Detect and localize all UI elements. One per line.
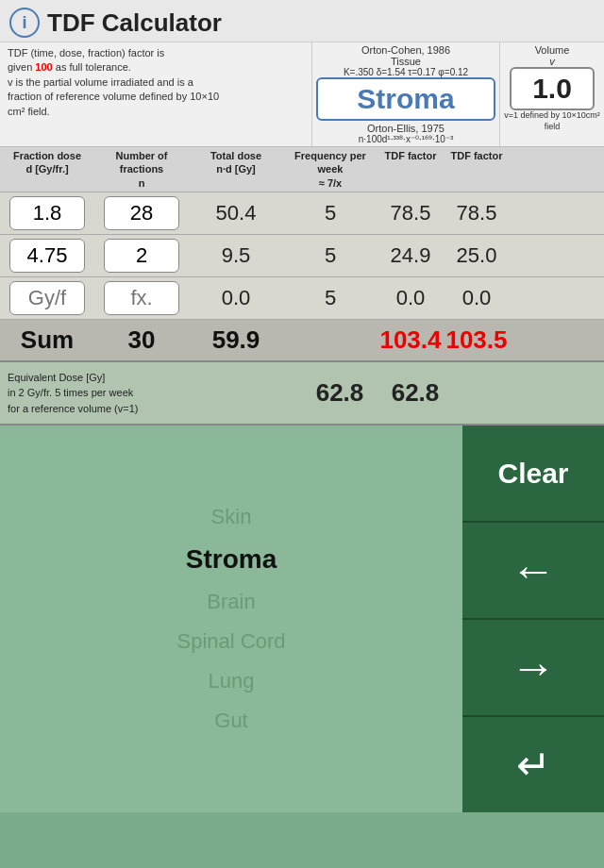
enter-button[interactable]: ↵ [462, 717, 604, 812]
description-panel: TDF (time, dose, fraction) factor is giv… [0, 42, 311, 146]
cell-numfrac-1[interactable] [94, 196, 189, 230]
model-center: Orton-Cohen, 1986 Tissue K=.350 δ=1.54 τ… [311, 42, 500, 146]
col-header-tdf1: TDF factor [378, 149, 444, 190]
cell-tdf2-2: 25.0 [444, 243, 510, 268]
app-title: TDF Calculator [47, 8, 222, 38]
cell-fraction-dose-3[interactable] [0, 281, 94, 315]
input-numfrac-2[interactable] [104, 239, 179, 273]
info-icon[interactable]: i [9, 8, 40, 38]
tissue-list: Skin Stroma Brain Spinal Cord Lung Gut [0, 426, 462, 812]
desc-line1: TDF (time, dose, fraction) factor is [8, 47, 164, 58]
enter-icon: ↵ [516, 741, 551, 789]
col-header-total: Total dose n·d [Gy] [189, 149, 283, 190]
header: i TDF Calculator [0, 0, 604, 42]
cell-numfrac-2[interactable] [94, 239, 189, 273]
sum-tdf1: 103.4 [378, 326, 444, 355]
cell-tdf2-3: 0.0 [444, 286, 510, 310]
desc-line4: fraction of reference volume defined by … [8, 91, 219, 102]
col-header-freq: Frequency per week ≈ 7/x [283, 149, 378, 190]
volume-sublabel: v [549, 56, 555, 67]
model1-name: Orton-Cohen, 1986 [361, 44, 450, 56]
table-row: 9.5 5 24.9 25.0 [0, 235, 604, 277]
model2-name: Orton-Ellis, 1975 [367, 123, 445, 134]
volume-note: v=1 defined by 10×10cm² field [504, 110, 600, 132]
cell-freq-1: 5 [283, 201, 378, 225]
cell-freq-2: 5 [283, 243, 378, 268]
forward-arrow-icon: → [511, 642, 556, 693]
sum-total: 59.9 [189, 326, 283, 355]
sum-label: Sum [0, 326, 94, 355]
equiv-row: Equivalent Dose [Gy] in 2 Gy/fr. 5 times… [0, 362, 604, 426]
cell-numfrac-3[interactable] [94, 281, 189, 315]
input-fraction-2[interactable] [9, 239, 85, 273]
volume-input[interactable] [510, 67, 595, 110]
sum-tdf2: 103.5 [444, 326, 510, 355]
col-header-tdf2: TDF factor [444, 149, 510, 190]
cell-total-1: 50.4 [189, 201, 283, 225]
desc-highlight: 100 [35, 61, 52, 73]
desc-line5: cm² field. [8, 106, 50, 117]
clear-button[interactable]: Clear [462, 426, 604, 523]
input-numfrac-1[interactable] [104, 196, 179, 230]
column-headers: Fraction dose d [Gy/fr.] Number of fract… [0, 147, 604, 192]
volume-label: Volume [535, 44, 570, 56]
tissue-item-gut[interactable]: Gut [0, 701, 462, 741]
tissue-item-stroma[interactable]: Stroma [0, 537, 462, 582]
cell-total-2: 9.5 [189, 243, 283, 268]
equiv-val2: 62.8 [378, 378, 453, 408]
tissue-item-lung[interactable]: Lung [0, 661, 462, 701]
model-right: Volume v v=1 defined by 10×10cm² field [500, 42, 604, 146]
table-row: 50.4 5 78.5 78.5 [0, 192, 604, 235]
sum-row: Sum 30 59.9 103.4 103.5 [0, 320, 604, 362]
input-numfrac-3[interactable] [104, 281, 179, 315]
tissue-input[interactable] [316, 77, 495, 121]
cell-tdf1-2: 24.9 [378, 243, 444, 268]
cell-total-3: 0.0 [189, 286, 283, 310]
model1-type: Tissue [391, 56, 421, 67]
equiv-line3: for a reference volume (v=1) [8, 403, 138, 414]
sum-numfrac: 30 [94, 326, 189, 355]
cell-tdf2-1: 78.5 [444, 201, 510, 225]
model-area: TDF (time, dose, fraction) factor is giv… [0, 42, 604, 147]
equiv-line2: in 2 Gy/fr. 5 times per week [8, 387, 133, 398]
tissue-item-brain[interactable]: Brain [0, 582, 462, 622]
col-header-numfrac: Number of fractions n [94, 149, 189, 190]
tissue-input-wrapper[interactable] [316, 77, 495, 121]
action-buttons: Clear ← → ↵ [462, 426, 604, 812]
cell-tdf1-1: 78.5 [378, 201, 444, 225]
cell-fraction-dose-2[interactable] [0, 239, 94, 273]
back-button[interactable]: ← [462, 523, 604, 620]
cell-fraction-dose-1[interactable] [0, 196, 94, 230]
cell-freq-3: 5 [283, 286, 378, 310]
equiv-val1: 62.8 [302, 378, 378, 408]
col-header-fraction: Fraction dose d [Gy/fr.] [0, 149, 94, 190]
input-fraction-3[interactable] [9, 281, 85, 315]
equiv-label: Equivalent Dose [Gy] in 2 Gy/fr. 5 times… [0, 368, 302, 419]
desc-post: as full tolerance. [53, 61, 131, 73]
back-arrow-icon: ← [511, 544, 556, 596]
table-row: 0.0 5 0.0 0.0 [0, 277, 604, 320]
bottom-panel: Skin Stroma Brain Spinal Cord Lung Gut C… [0, 426, 604, 812]
forward-button[interactable]: → [462, 620, 604, 717]
model2-params: n·100d¹·³³⁸·x⁻⁰·¹⁶⁹·10⁻³ [359, 134, 453, 144]
data-rows: 50.4 5 78.5 78.5 9.5 5 24.9 25.0 [0, 192, 604, 320]
tissue-item-spinalcord[interactable]: Spinal Cord [0, 622, 462, 661]
input-fraction-1[interactable] [9, 196, 85, 230]
model1-params: K=.350 δ=1.54 τ=0.17 φ=0.12 [344, 67, 468, 77]
tissue-item-skin[interactable]: Skin [0, 497, 462, 537]
desc-line3: v is the partial volume irradiated and i… [8, 76, 193, 88]
cell-tdf1-3: 0.0 [378, 286, 444, 310]
equiv-line1: Equivalent Dose [Gy] [8, 372, 105, 383]
desc-given: given [8, 61, 35, 73]
